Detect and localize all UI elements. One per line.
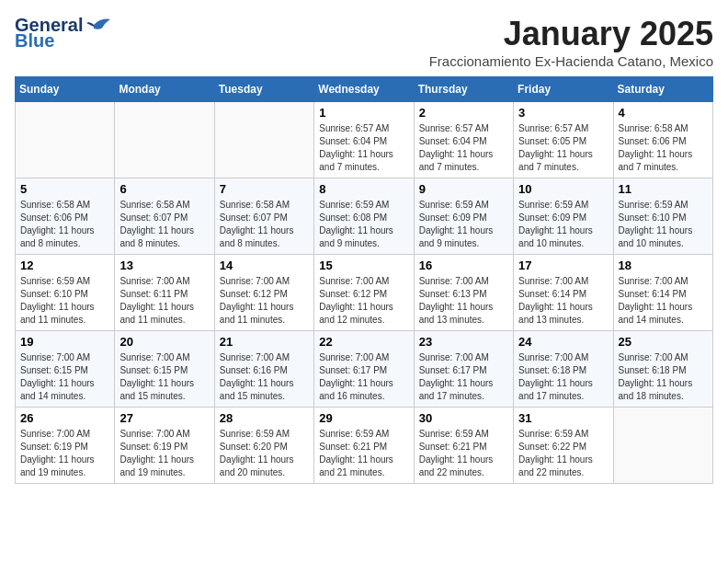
day-info: Sunrise: 7:00 AMSunset: 6:16 PMDaylight:… bbox=[220, 351, 309, 403]
calendar-cell: 5Sunrise: 6:58 AMSunset: 6:06 PMDaylight… bbox=[16, 178, 115, 255]
day-number: 11 bbox=[619, 182, 708, 196]
daylight-text: Daylight: 11 hours and 12 minutes. bbox=[319, 302, 393, 325]
day-info: Sunrise: 6:59 AMSunset: 6:09 PMDaylight:… bbox=[518, 199, 608, 250]
sunset-text: Sunset: 6:08 PM bbox=[319, 213, 387, 223]
sunset-text: Sunset: 6:15 PM bbox=[20, 365, 88, 375]
day-info: Sunrise: 7:00 AMSunset: 6:18 PMDaylight:… bbox=[619, 351, 708, 403]
day-number: 10 bbox=[518, 182, 608, 196]
day-info: Sunrise: 7:00 AMSunset: 6:17 PMDaylight:… bbox=[419, 351, 508, 403]
sunrise-text: Sunrise: 7:00 AM bbox=[518, 276, 588, 286]
day-info: Sunrise: 7:00 AMSunset: 6:14 PMDaylight:… bbox=[518, 275, 608, 327]
sunrise-text: Sunrise: 6:59 AM bbox=[20, 276, 90, 286]
calendar-cell: 23Sunrise: 7:00 AMSunset: 6:17 PMDayligh… bbox=[414, 331, 513, 408]
day-info: Sunrise: 6:58 AMSunset: 6:06 PMDaylight:… bbox=[20, 199, 109, 250]
day-info: Sunrise: 7:00 AMSunset: 6:11 PMDaylight:… bbox=[119, 275, 209, 327]
day-info: Sunrise: 6:58 AMSunset: 6:07 PMDaylight:… bbox=[119, 199, 209, 250]
sunrise-text: Sunrise: 6:58 AM bbox=[20, 200, 90, 210]
sunset-text: Sunset: 6:14 PM bbox=[518, 289, 586, 299]
calendar-cell: 4Sunrise: 6:58 AMSunset: 6:06 PMDaylight… bbox=[613, 102, 712, 178]
weekday-header-friday: Friday bbox=[514, 77, 613, 102]
sunrise-text: Sunrise: 7:00 AM bbox=[20, 352, 90, 362]
day-info: Sunrise: 6:59 AMSunset: 6:10 PMDaylight:… bbox=[619, 199, 708, 250]
calendar-cell bbox=[16, 102, 115, 178]
calendar-cell: 18Sunrise: 7:00 AMSunset: 6:14 PMDayligh… bbox=[613, 255, 712, 331]
day-number: 3 bbox=[518, 106, 608, 120]
calendar-cell: 8Sunrise: 6:59 AMSunset: 6:08 PMDaylight… bbox=[314, 178, 414, 255]
daylight-text: Daylight: 11 hours and 21 minutes. bbox=[319, 454, 393, 477]
daylight-text: Daylight: 11 hours and 8 minutes. bbox=[20, 225, 95, 248]
day-number: 27 bbox=[119, 411, 209, 425]
day-number: 26 bbox=[20, 411, 109, 425]
weekday-header-wednesday: Wednesday bbox=[314, 77, 414, 102]
sunrise-text: Sunrise: 7:00 AM bbox=[119, 429, 189, 439]
daylight-text: Daylight: 11 hours and 16 minutes. bbox=[319, 378, 393, 401]
sunset-text: Sunset: 6:06 PM bbox=[20, 213, 88, 223]
daylight-text: Daylight: 11 hours and 13 minutes. bbox=[419, 302, 494, 325]
day-number: 4 bbox=[619, 106, 708, 120]
calendar-cell: 3Sunrise: 6:57 AMSunset: 6:05 PMDaylight… bbox=[514, 102, 613, 178]
sunrise-text: Sunrise: 7:00 AM bbox=[119, 276, 189, 286]
day-info: Sunrise: 7:00 AMSunset: 6:12 PMDaylight:… bbox=[319, 275, 408, 327]
calendar-location: Fraccionamiento Ex-Hacienda Catano, Mexi… bbox=[429, 53, 713, 69]
sunrise-text: Sunrise: 6:58 AM bbox=[619, 123, 688, 133]
sunrise-text: Sunrise: 7:00 AM bbox=[419, 276, 489, 286]
calendar-title: January 2025 bbox=[429, 15, 713, 53]
sunrise-text: Sunrise: 6:59 AM bbox=[419, 429, 489, 439]
day-number: 12 bbox=[20, 259, 109, 272]
day-number: 15 bbox=[319, 259, 408, 272]
sunrise-text: Sunrise: 6:58 AM bbox=[220, 200, 290, 210]
calendar-week-row: 1Sunrise: 6:57 AMSunset: 6:04 PMDaylight… bbox=[16, 102, 713, 178]
sunset-text: Sunset: 6:06 PM bbox=[619, 136, 687, 146]
calendar-cell: 22Sunrise: 7:00 AMSunset: 6:17 PMDayligh… bbox=[314, 331, 414, 408]
calendar-cell: 20Sunrise: 7:00 AMSunset: 6:15 PMDayligh… bbox=[115, 331, 214, 408]
calendar-cell: 17Sunrise: 7:00 AMSunset: 6:14 PMDayligh… bbox=[514, 255, 613, 331]
calendar-week-row: 12Sunrise: 6:59 AMSunset: 6:10 PMDayligh… bbox=[16, 255, 713, 331]
sunset-text: Sunset: 6:20 PM bbox=[220, 442, 288, 452]
day-info: Sunrise: 6:58 AMSunset: 6:07 PMDaylight:… bbox=[220, 199, 309, 250]
calendar-cell: 10Sunrise: 6:59 AMSunset: 6:09 PMDayligh… bbox=[514, 178, 613, 255]
day-number: 8 bbox=[319, 182, 408, 196]
day-number: 6 bbox=[119, 182, 209, 196]
weekday-header-row: SundayMondayTuesdayWednesdayThursdayFrid… bbox=[16, 77, 713, 102]
calendar-cell: 6Sunrise: 6:58 AMSunset: 6:07 PMDaylight… bbox=[115, 178, 214, 255]
sunrise-text: Sunrise: 6:59 AM bbox=[518, 429, 588, 439]
day-info: Sunrise: 7:00 AMSunset: 6:13 PMDaylight:… bbox=[419, 275, 508, 327]
sunset-text: Sunset: 6:07 PM bbox=[119, 213, 188, 223]
sunset-text: Sunset: 6:16 PM bbox=[220, 365, 288, 375]
day-number: 2 bbox=[419, 106, 508, 120]
calendar-cell: 12Sunrise: 6:59 AMSunset: 6:10 PMDayligh… bbox=[16, 255, 115, 331]
sunset-text: Sunset: 6:19 PM bbox=[119, 442, 188, 452]
calendar-cell: 29Sunrise: 6:59 AMSunset: 6:21 PMDayligh… bbox=[314, 408, 414, 484]
day-number: 28 bbox=[220, 411, 309, 425]
day-number: 16 bbox=[419, 259, 508, 272]
day-number: 14 bbox=[220, 259, 309, 272]
logo-bird-icon bbox=[85, 16, 112, 36]
sunset-text: Sunset: 6:10 PM bbox=[20, 289, 88, 299]
sunrise-text: Sunrise: 6:59 AM bbox=[518, 200, 588, 210]
page-header: General Blue January 2025 Fraccionamient… bbox=[15, 15, 713, 69]
day-info: Sunrise: 6:59 AMSunset: 6:21 PMDaylight:… bbox=[319, 428, 408, 479]
daylight-text: Daylight: 11 hours and 17 minutes. bbox=[419, 378, 494, 401]
daylight-text: Daylight: 11 hours and 7 minutes. bbox=[319, 149, 393, 172]
sunset-text: Sunset: 6:15 PM bbox=[119, 365, 188, 375]
calendar-cell: 31Sunrise: 6:59 AMSunset: 6:22 PMDayligh… bbox=[514, 408, 613, 484]
calendar-cell: 24Sunrise: 7:00 AMSunset: 6:18 PMDayligh… bbox=[514, 331, 613, 408]
sunset-text: Sunset: 6:18 PM bbox=[619, 365, 687, 375]
calendar-table: SundayMondayTuesdayWednesdayThursdayFrid… bbox=[15, 76, 713, 484]
sunset-text: Sunset: 6:18 PM bbox=[518, 365, 586, 375]
weekday-header-saturday: Saturday bbox=[613, 77, 712, 102]
day-info: Sunrise: 6:57 AMSunset: 6:04 PMDaylight:… bbox=[319, 122, 408, 174]
calendar-cell: 30Sunrise: 6:59 AMSunset: 6:21 PMDayligh… bbox=[414, 408, 513, 484]
day-number: 21 bbox=[220, 335, 309, 349]
daylight-text: Daylight: 11 hours and 11 minutes. bbox=[20, 302, 95, 325]
calendar-week-row: 26Sunrise: 7:00 AMSunset: 6:19 PMDayligh… bbox=[16, 408, 713, 484]
calendar-cell: 16Sunrise: 7:00 AMSunset: 6:13 PMDayligh… bbox=[414, 255, 513, 331]
sunset-text: Sunset: 6:09 PM bbox=[419, 213, 487, 223]
sunset-text: Sunset: 6:14 PM bbox=[619, 289, 687, 299]
day-info: Sunrise: 6:57 AMSunset: 6:04 PMDaylight:… bbox=[419, 122, 508, 174]
day-number: 22 bbox=[319, 335, 408, 349]
day-info: Sunrise: 7:00 AMSunset: 6:15 PMDaylight:… bbox=[20, 351, 109, 403]
daylight-text: Daylight: 11 hours and 7 minutes. bbox=[619, 149, 693, 172]
daylight-text: Daylight: 11 hours and 14 minutes. bbox=[619, 302, 693, 325]
sunrise-text: Sunrise: 6:59 AM bbox=[419, 200, 489, 210]
